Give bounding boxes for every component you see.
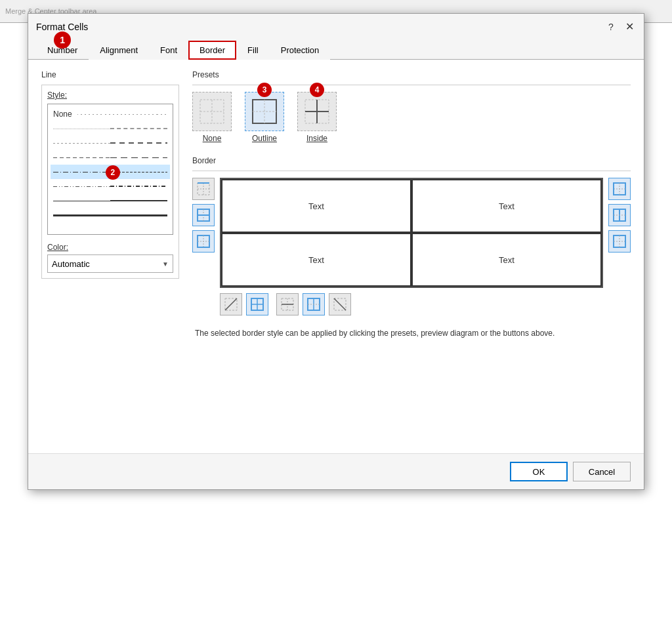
border-btn-top[interactable] [192,178,215,200]
dialog-title: Format Cells [36,22,88,32]
border-layout: Line Style: None [41,70,631,338]
ok-button[interactable]: OK [510,462,568,481]
border-btn-middle-v[interactable] [608,204,631,226]
annotation-3: 3 [257,83,272,97]
line-style-thin[interactable] [51,193,170,208]
cancel-button[interactable]: Cancel [573,462,631,481]
preset-inside-label: Inside [306,134,327,143]
annotation-2: 2 [106,165,120,180]
style-label: Style: [47,91,173,100]
preset-none-item: None [192,92,232,143]
line-style-dash2[interactable] [51,150,170,165]
preset-none-label: None [203,134,222,143]
svg-line-32 [225,298,237,310]
preview-grid: Text Text Text Text [221,179,602,287]
tabs-container: 1 Number Alignment Font Border Fill [28,41,644,60]
line-styles-container: None [47,104,173,235]
line-style-dash1[interactable] [51,136,170,150]
dialog-overlay: Format Cells ? ✕ 1 Number Alignment [0,0,672,629]
line-section-label: Line [41,70,179,79]
annotation-1: 1 [54,31,71,49]
tab-fill[interactable]: Fill [236,41,270,60]
dropdown-arrow-icon: ▼ [162,260,169,268]
border-btn-diag-right[interactable] [329,293,351,315]
color-section: Color: Automatic ▼ [47,243,173,273]
preview-cell-top-right: Text [411,179,602,233]
close-icon[interactable]: ✕ [623,20,636,33]
preset-none-button[interactable] [192,92,232,131]
annotation-4: 4 [310,83,324,97]
preset-inside-item: 4 Inside [297,92,337,143]
border-btn-left[interactable] [608,178,631,200]
border-btn-diag-left[interactable] [220,293,242,315]
border-buttons-right [608,178,631,253]
border-preview[interactable]: Text Text Text Text [220,178,603,288]
help-icon[interactable]: ? [604,22,618,32]
presets-label: Presets [192,70,631,79]
tab-border[interactable]: Border [188,41,236,60]
line-section: Style: None [41,85,179,279]
border-btn-all[interactable] [246,293,268,315]
svg-line-43 [334,298,346,310]
tab-protection[interactable]: Protection [270,41,331,60]
line-style-dashdot[interactable]: 2 [51,165,170,179]
border-buttons-left [192,178,215,253]
line-styles-box: None [47,104,173,235]
tab-alignment[interactable]: Alignment [89,41,149,60]
preview-cell-bottom-right: Text [411,233,602,287]
color-dropdown[interactable]: Automatic ▼ [47,254,173,273]
dialog-body: Line Style: None [28,60,644,453]
border-btn-middle-h[interactable] [192,204,215,226]
preview-cell-top-left: Text [221,179,411,233]
preset-outline-label: Outline [252,134,277,143]
preset-outline-item: 3 Outline [245,92,284,143]
preset-inside-button[interactable] [297,92,337,131]
preview-cell-bottom-left: Text [221,233,411,287]
tab-font[interactable]: Font [149,41,188,60]
border-btn-outer[interactable] [276,293,299,315]
dialog-footer: OK Cancel [28,453,644,489]
dialog-titlebar: Format Cells ? ✕ [28,14,644,38]
left-panel: Line Style: None [41,70,179,338]
presets-row: None 3 [192,92,631,143]
border-btn-right[interactable] [608,230,631,253]
line-style-dotdash[interactable] [51,121,170,136]
line-style-none[interactable]: None [51,107,170,121]
border-btn-bottom[interactable] [192,230,215,253]
line-style-thick[interactable] [51,208,170,222]
excel-background: Merge & Center toolbar area Format Cells… [0,0,672,629]
border-buttons-bottom [220,293,631,315]
preset-outline-button[interactable] [245,92,284,131]
info-text: The selected border style can be applied… [192,329,631,338]
line-style-dashdotdot[interactable] [51,179,170,193]
border-btn-inner[interactable] [303,293,325,315]
color-label: Color: [47,243,173,252]
tab-border-wrapper: 1 Number [36,41,89,59]
border-controls: Text Text Text Text [192,178,631,288]
right-panel: Presets [192,70,631,338]
format-cells-dialog: Format Cells ? ✕ 1 Number Alignment [28,13,644,490]
dialog-controls: ? ✕ [604,20,636,33]
border-section-label: Border [192,156,631,165]
